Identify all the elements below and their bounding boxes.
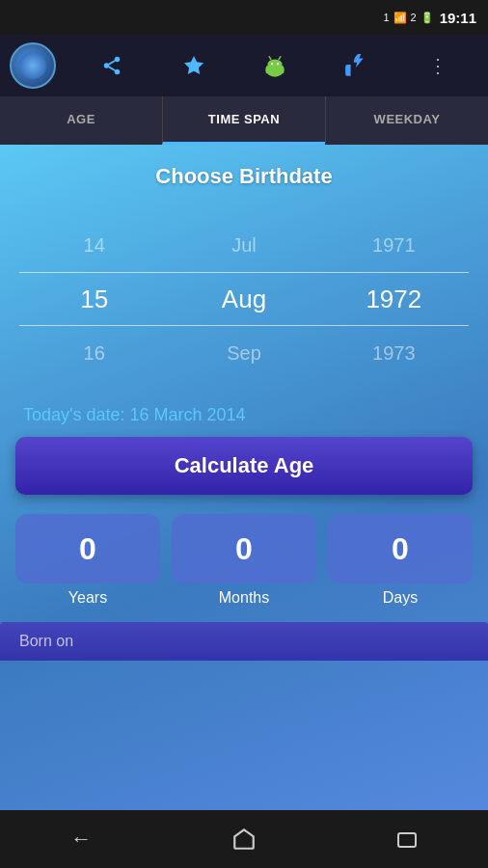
android-icon[interactable] — [234, 52, 315, 79]
more-options-icon[interactable]: ⋮ — [397, 54, 478, 77]
app-logo[interactable] — [10, 42, 56, 89]
year-option-1971[interactable]: 1971 — [319, 218, 469, 272]
day-option-16[interactable]: 16 — [19, 326, 169, 380]
svg-line-12 — [279, 57, 281, 60]
svg-line-3 — [109, 67, 115, 70]
born-on-text: Born on — [19, 633, 73, 650]
top-nav-bar: ⋮ — [0, 35, 488, 96]
svg-point-0 — [115, 57, 121, 63]
star-icon[interactable] — [152, 54, 233, 77]
born-on-bar: Born on — [0, 622, 488, 661]
year-picker-column[interactable]: 1971 1972 1973 — [319, 218, 469, 380]
months-value: 0 — [172, 514, 316, 583]
svg-marker-5 — [184, 56, 203, 74]
svg-rect-14 — [282, 68, 284, 73]
calculate-age-button[interactable]: Calculate Age — [15, 437, 473, 495]
result-row: 0 Years 0 Months 0 Days — [0, 495, 488, 607]
sim-icon: 1 — [383, 12, 389, 23]
years-label: Years — [68, 589, 107, 607]
month-option-aug-selected[interactable]: Aug — [169, 272, 318, 326]
tab-age[interactable]: AGE — [0, 96, 162, 145]
share-icon[interactable] — [71, 55, 152, 76]
svg-line-4 — [109, 61, 115, 65]
home-button[interactable] — [163, 827, 326, 852]
choose-birthdate-title: Choose Birthdate — [155, 164, 332, 189]
svg-point-8 — [267, 60, 282, 70]
days-value: 0 — [328, 514, 473, 583]
month-option-sep[interactable]: Sep — [169, 326, 318, 380]
months-label: Months — [219, 589, 269, 607]
day-option-14[interactable]: 14 — [19, 218, 169, 272]
svg-point-10 — [277, 63, 279, 65]
svg-point-2 — [115, 69, 121, 75]
years-result-box: 0 Years — [15, 514, 160, 607]
status-icons: 1 📶 2 🔋 — [383, 12, 433, 24]
tab-timespan[interactable]: TIME SPAN — [162, 96, 325, 145]
days-result-box: 0 Days — [328, 514, 473, 607]
svg-rect-13 — [266, 68, 268, 73]
sim2-icon: 2 — [411, 12, 417, 23]
svg-rect-15 — [398, 833, 416, 847]
months-result-box: 0 Months — [172, 514, 316, 607]
svg-line-11 — [269, 57, 271, 60]
tab-weekday[interactable]: WEEKDAY — [325, 96, 488, 145]
status-time: 19:11 — [440, 10, 476, 26]
like-icon[interactable] — [315, 53, 396, 78]
date-picker[interactable]: 14 15 16 Jul Aug Sep 1971 1972 1973 — [0, 208, 488, 390]
bottom-nav: ← — [0, 810, 488, 868]
status-bar: 1 📶 2 🔋 19:11 — [0, 0, 488, 35]
year-option-1972-selected[interactable]: 1972 — [319, 272, 469, 326]
todays-date-row: Today's date: 16 March 2014 — [0, 390, 488, 437]
month-option-jul[interactable]: Jul — [169, 218, 318, 272]
svg-point-1 — [104, 63, 110, 68]
day-option-15-selected[interactable]: 15 — [19, 272, 169, 326]
month-picker-column[interactable]: Jul Aug Sep — [169, 218, 318, 380]
signal-icon: 📶 — [393, 12, 407, 24]
logo-inner — [19, 52, 46, 79]
days-label: Days — [383, 589, 418, 607]
recent-apps-button[interactable] — [325, 827, 488, 851]
back-icon: ← — [70, 827, 92, 852]
years-value: 0 — [15, 514, 160, 583]
todays-date-value: 16 March 2014 — [130, 405, 246, 424]
svg-point-9 — [271, 63, 273, 65]
todays-date-label: Today's date: — [23, 405, 130, 424]
main-content: Choose Birthdate 14 15 16 Jul Aug Sep 19… — [0, 145, 488, 810]
year-option-1973[interactable]: 1973 — [319, 326, 469, 380]
day-picker-column[interactable]: 14 15 16 — [19, 218, 169, 380]
back-button[interactable]: ← — [0, 827, 163, 852]
battery-icon: 🔋 — [420, 12, 434, 24]
tab-bar: AGE TIME SPAN WEEKDAY — [0, 96, 488, 145]
